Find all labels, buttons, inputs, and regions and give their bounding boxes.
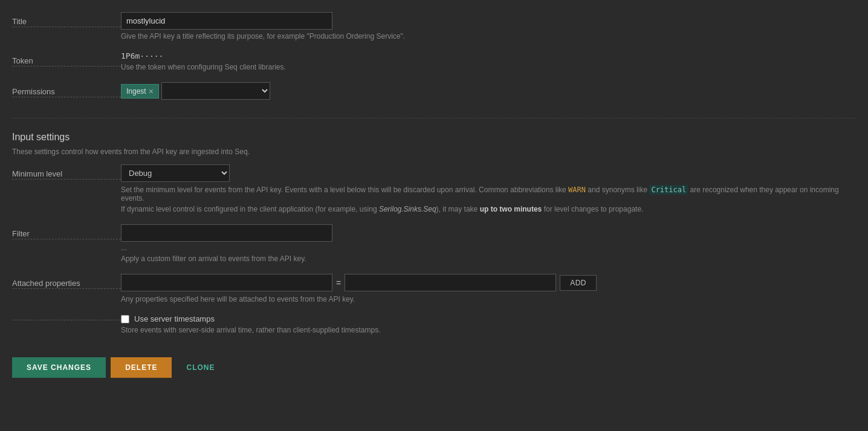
min-level-help2-mid: ), it may take: [436, 205, 480, 213]
save-changes-button[interactable]: SAVE CHANGES: [12, 357, 106, 378]
filter-input[interactable]: [121, 224, 332, 242]
title-label: Title: [12, 12, 121, 26]
filter-field-row: Filter ... Apply a custom filter on arri…: [12, 224, 856, 263]
min-level-help2-prefix: If dynamic level control is configured i…: [121, 205, 379, 213]
server-timestamps-checkbox[interactable]: [121, 315, 129, 323]
permissions-content: Ingest × Ingest Read Write: [121, 82, 856, 100]
api-key-form: Title Give the API key a title reflectin…: [12, 12, 856, 378]
min-level-help1-mid: and synonyms like: [586, 186, 649, 194]
server-timestamps-help: Store events with server-side arrival ti…: [121, 326, 856, 334]
server-timestamps-content: Use server timestamps Store events with …: [121, 314, 856, 334]
props-value-input[interactable]: [345, 274, 556, 291]
warn-text: WARN: [568, 186, 586, 194]
equals-sign: =: [336, 278, 341, 288]
filter-ellipsis: ...: [121, 244, 856, 252]
delete-button[interactable]: DELETE: [111, 357, 172, 378]
server-timestamps-checkbox-label[interactable]: Use server timestamps: [134, 314, 215, 323]
clone-button[interactable]: CLONE: [177, 357, 224, 378]
input-settings-section: Input settings These settings control ho…: [12, 126, 856, 345]
ingest-tag-close[interactable]: ×: [149, 87, 154, 96]
min-level-help1: Set the minimum level for events from th…: [121, 186, 846, 203]
title-help: Give the API key a title reflecting its …: [121, 32, 856, 41]
bottom-buttons: SAVE CHANGES DELETE CLONE: [12, 357, 856, 378]
ingest-tag-label: Ingest: [126, 87, 146, 96]
add-property-button[interactable]: ADD: [560, 275, 597, 291]
title-content: Give the API key a title reflecting its …: [121, 12, 856, 41]
token-value: 1P6m·····: [121, 51, 856, 60]
critical-text: Critical: [649, 185, 688, 195]
server-timestamps-checkbox-row: Use server timestamps: [121, 314, 856, 323]
min-level-help2: If dynamic level control is configured i…: [121, 205, 846, 213]
filter-help: Apply a custom filter on arrival to even…: [121, 254, 856, 263]
min-level-field-row: Minimum level Debug Verbose Information …: [12, 164, 856, 213]
token-content: 1P6m····· Use the token when configuring…: [121, 51, 856, 71]
server-timestamps-label-spacer: [12, 314, 121, 319]
input-settings-title: Input settings: [12, 132, 856, 143]
attached-props-label: Attached properties: [12, 274, 121, 288]
two-minutes-bold: up to two minutes: [480, 205, 542, 213]
server-timestamps-row: Use server timestamps Store events with …: [12, 314, 856, 334]
ingest-tag: Ingest ×: [121, 84, 159, 99]
min-level-help1-prefix: Set the minimum level for events from th…: [121, 186, 568, 194]
props-key-input[interactable]: [121, 274, 332, 291]
input-settings-desc: These settings control how events from t…: [12, 147, 856, 156]
min-level-label: Minimum level: [12, 164, 121, 178]
token-field-row: Token 1P6m····· Use the token when confi…: [12, 51, 856, 71]
divider-1: [12, 118, 856, 118]
min-level-help2-suffix: for level changes to propagate.: [542, 205, 643, 213]
props-row: = ADD: [121, 274, 856, 291]
permissions-select[interactable]: Ingest Read Write: [161, 82, 270, 100]
title-field-row: Title Give the API key a title reflectin…: [12, 12, 856, 41]
serilog-italic: Serilog.Sinks.Seq: [379, 205, 436, 213]
attached-props-field-row: Attached properties = ADD Any properties…: [12, 274, 856, 303]
min-level-content: Debug Verbose Information Warning Error …: [121, 164, 856, 213]
token-help: Use the token when configuring Seq clien…: [121, 63, 856, 71]
permissions-row: Ingest × Ingest Read Write: [121, 82, 856, 100]
min-level-select[interactable]: Debug Verbose Information Warning Error …: [121, 164, 230, 182]
permissions-field-row: Permissions Ingest × Ingest Read Write: [12, 82, 856, 100]
attached-props-content: = ADD Any properties specified here will…: [121, 274, 856, 303]
token-label: Token: [12, 51, 121, 65]
permissions-label: Permissions: [12, 82, 121, 96]
filter-content: ... Apply a custom filter on arrival to …: [121, 224, 856, 263]
attached-props-help: Any properties specified here will be at…: [121, 295, 856, 303]
title-input[interactable]: [121, 12, 332, 30]
filter-label: Filter: [12, 224, 121, 238]
